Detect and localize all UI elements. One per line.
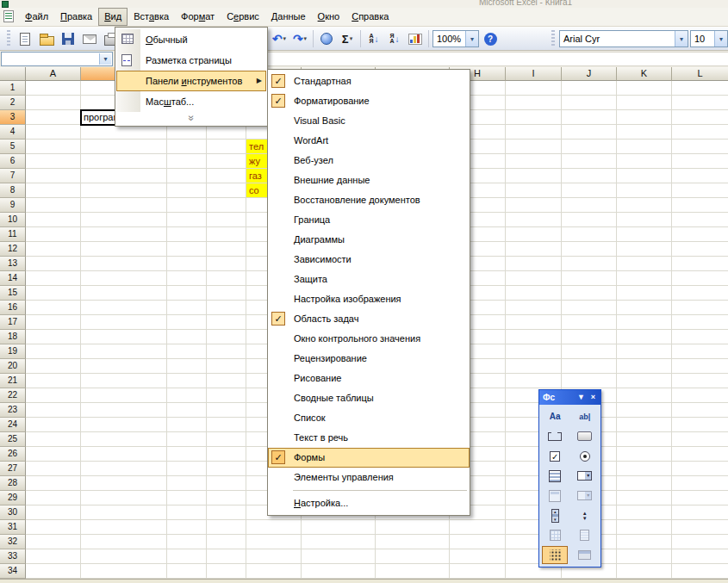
cell-C31[interactable] bbox=[167, 520, 207, 535]
cell-H31[interactable] bbox=[450, 520, 506, 535]
cell-K3[interactable] bbox=[617, 110, 672, 125]
label-button[interactable]: Aa bbox=[542, 407, 568, 425]
cell-B15[interactable] bbox=[81, 286, 167, 301]
menu-item-4[interactable]: Формат bbox=[175, 8, 221, 26]
redo-button[interactable]: ↷▾ bbox=[290, 29, 309, 48]
cell-L14[interactable] bbox=[672, 271, 728, 286]
toolbars-submenu-item-4[interactable]: Веб-узел bbox=[268, 151, 470, 171]
menu-item-8[interactable]: Справка bbox=[345, 8, 395, 26]
cell-D14[interactable] bbox=[207, 271, 246, 286]
cell-B23[interactable] bbox=[81, 403, 167, 418]
cell-D32[interactable] bbox=[207, 535, 246, 549]
cell-A8[interactable] bbox=[26, 183, 81, 198]
cell-B5[interactable] bbox=[81, 140, 167, 154]
cell-A5[interactable] bbox=[26, 140, 81, 154]
toolbars-submenu-item-12[interactable]: ✓Область задач bbox=[268, 309, 470, 329]
cell-L3[interactable] bbox=[672, 110, 728, 125]
toolbars-submenu-item-6[interactable]: Восстановление документов bbox=[268, 190, 470, 210]
cell-K28[interactable] bbox=[617, 476, 672, 491]
cell-A27[interactable] bbox=[26, 462, 81, 476]
cell-J11[interactable] bbox=[562, 227, 617, 242]
cell-G32[interactable] bbox=[376, 535, 450, 549]
cell-I15[interactable] bbox=[506, 286, 562, 301]
row-header-28[interactable]: 28 bbox=[0, 476, 26, 491]
cell-L9[interactable] bbox=[672, 198, 728, 213]
cell-C9[interactable] bbox=[167, 198, 207, 213]
group-box-button[interactable] bbox=[542, 427, 568, 445]
cell-F33[interactable] bbox=[302, 549, 376, 564]
menu-item-0[interactable]: Файл bbox=[19, 8, 54, 26]
cell-L30[interactable] bbox=[672, 505, 728, 520]
cell-K27[interactable] bbox=[617, 462, 672, 476]
cell-K23[interactable] bbox=[617, 403, 672, 418]
cell-K5[interactable] bbox=[617, 140, 672, 154]
cell-K15[interactable] bbox=[617, 286, 672, 301]
cell-D26[interactable] bbox=[207, 447, 246, 462]
view-menu-item-3[interactable]: Масштаб... bbox=[116, 91, 266, 112]
toolbars-submenu-item-10[interactable]: Защита bbox=[268, 270, 470, 289]
cell-D29[interactable] bbox=[207, 491, 246, 505]
cell-L17[interactable] bbox=[672, 315, 728, 330]
cell-A16[interactable] bbox=[26, 301, 81, 315]
cell-A29[interactable] bbox=[26, 491, 81, 505]
cell-A21[interactable] bbox=[26, 374, 81, 388]
cell-C18[interactable] bbox=[167, 330, 207, 344]
cell-E31[interactable] bbox=[246, 520, 302, 535]
cell-A12[interactable] bbox=[26, 242, 81, 257]
font-size-dropdown-arrow[interactable]: ▾ bbox=[714, 31, 727, 47]
cell-A3[interactable] bbox=[26, 110, 81, 125]
cell-J18[interactable] bbox=[562, 330, 617, 344]
cell-D28[interactable] bbox=[207, 476, 246, 491]
zoom-combo[interactable]: 100% ▾ bbox=[432, 30, 479, 47]
cell-K24[interactable] bbox=[617, 418, 672, 432]
toolbars-submenu-item-13[interactable]: Окно контрольного значения bbox=[268, 329, 470, 349]
cell-K13[interactable] bbox=[617, 257, 672, 271]
cell-C19[interactable] bbox=[167, 344, 207, 359]
cell-A24[interactable] bbox=[26, 418, 81, 432]
cell-J19[interactable] bbox=[562, 344, 617, 359]
cell-I16[interactable] bbox=[506, 301, 562, 315]
cell-K33[interactable] bbox=[617, 549, 672, 564]
cell-A33[interactable] bbox=[26, 549, 81, 564]
cell-B25[interactable] bbox=[81, 432, 167, 447]
cell-K31[interactable] bbox=[617, 520, 672, 535]
cell-B21[interactable] bbox=[81, 374, 167, 388]
new-file-button[interactable] bbox=[16, 29, 34, 48]
cell-L33[interactable] bbox=[672, 549, 728, 564]
cell-I6[interactable] bbox=[506, 154, 562, 169]
cell-L1[interactable] bbox=[672, 81, 728, 96]
row-header-24[interactable]: 24 bbox=[0, 418, 26, 432]
cell-K2[interactable] bbox=[617, 96, 672, 110]
cell-I2[interactable] bbox=[506, 96, 562, 110]
cell-L21[interactable] bbox=[672, 374, 728, 388]
cell-D23[interactable] bbox=[207, 403, 246, 418]
cell-B28[interactable] bbox=[81, 476, 167, 491]
cell-K25[interactable] bbox=[617, 432, 672, 447]
cell-C20[interactable] bbox=[167, 359, 207, 374]
cell-H33[interactable] bbox=[450, 549, 506, 564]
cell-B16[interactable] bbox=[81, 301, 167, 315]
cell-A13[interactable] bbox=[26, 257, 81, 271]
row-header-21[interactable]: 21 bbox=[0, 374, 26, 388]
cell-B30[interactable] bbox=[81, 505, 167, 520]
cell-B19[interactable] bbox=[81, 344, 167, 359]
cell-L24[interactable] bbox=[672, 418, 728, 432]
row-header-12[interactable]: 12 bbox=[0, 242, 26, 257]
cell-L22[interactable] bbox=[672, 388, 728, 403]
cell-D30[interactable] bbox=[207, 505, 246, 520]
cell-H34[interactable] bbox=[450, 564, 506, 579]
toolbars-submenu-item-20[interactable]: Элементы управления bbox=[268, 468, 470, 487]
cell-D13[interactable] bbox=[207, 257, 246, 271]
cell-A7[interactable] bbox=[26, 169, 81, 183]
row-header-31[interactable]: 31 bbox=[0, 520, 26, 535]
row-header-23[interactable]: 23 bbox=[0, 403, 26, 418]
cell-L4[interactable] bbox=[672, 125, 728, 140]
cell-F32[interactable] bbox=[302, 535, 376, 549]
row-header-13[interactable]: 13 bbox=[0, 257, 26, 271]
row-header-20[interactable]: 20 bbox=[0, 359, 26, 374]
cell-C15[interactable] bbox=[167, 286, 207, 301]
cell-C27[interactable] bbox=[167, 462, 207, 476]
cell-K18[interactable] bbox=[617, 330, 672, 344]
cell-A9[interactable] bbox=[26, 198, 81, 213]
row-header-5[interactable]: 5 bbox=[0, 140, 26, 154]
